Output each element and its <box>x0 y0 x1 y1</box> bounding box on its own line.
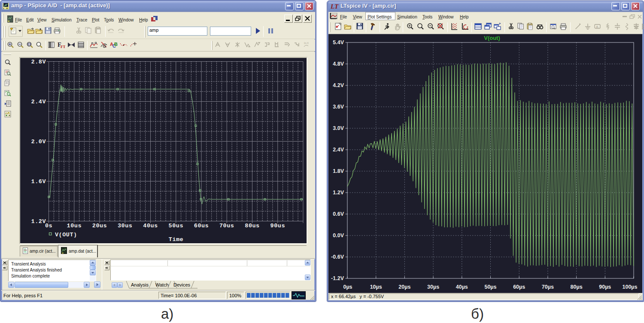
svg-text:90us: 90us <box>270 223 285 229</box>
svg-text:50us: 50us <box>169 223 183 229</box>
svg-text:4.8V: 4.8V <box>333 61 344 67</box>
svg-text:5.4V: 5.4V <box>333 39 344 45</box>
svg-text:60µs: 60µs <box>513 284 525 290</box>
svg-text:70µs: 70µs <box>542 284 554 290</box>
svg-text:A: A <box>596 25 598 29</box>
svg-text:30us: 30us <box>118 223 132 229</box>
svg-text:30µs: 30µs <box>427 284 439 290</box>
svg-text:2.4V: 2.4V <box>31 99 46 105</box>
svg-text:-1.2V: -1.2V <box>331 275 344 281</box>
svg-text:40us: 40us <box>143 223 158 229</box>
svg-text:4.2V: 4.2V <box>333 82 344 88</box>
svg-text:2.0V: 2.0V <box>31 139 46 145</box>
svg-text:10µs: 10µs <box>370 284 382 290</box>
svg-text:0.6V: 0.6V <box>333 211 344 217</box>
svg-text:1.6V: 1.6V <box>31 178 46 185</box>
svg-text:20us: 20us <box>92 223 107 229</box>
svg-text:Time: Time <box>169 236 183 243</box>
svg-text:100µs: 100µs <box>622 284 637 290</box>
svg-text:1.2V: 1.2V <box>31 218 46 225</box>
svg-text:FT: FT <box>61 45 65 48</box>
svg-text:%: % <box>103 45 106 48</box>
svg-text:70us: 70us <box>219 223 234 229</box>
svg-text:1.2V: 1.2V <box>333 190 344 196</box>
svg-text:80µs: 80µs <box>571 284 583 290</box>
svg-text:2.4V: 2.4V <box>333 147 344 153</box>
svg-text:V(out): V(out) <box>484 35 500 41</box>
svg-text:80us: 80us <box>245 223 259 229</box>
svg-text:2.8V: 2.8V <box>31 59 46 65</box>
svg-text:10us: 10us <box>67 223 82 229</box>
svg-text:0.0V: 0.0V <box>333 232 344 238</box>
svg-text:3.6V: 3.6V <box>333 104 344 110</box>
svg-text:B: B <box>114 42 118 47</box>
svg-text:50µs: 50µs <box>484 284 496 290</box>
svg-text:1.8V: 1.8V <box>333 168 344 174</box>
svg-text:40µs: 40µs <box>456 284 468 290</box>
svg-text:3.0V: 3.0V <box>333 125 344 131</box>
svg-text:20µs: 20µs <box>398 284 410 290</box>
svg-text:V(OUT): V(OUT) <box>55 232 77 238</box>
svg-text:0µs: 0µs <box>343 284 352 290</box>
svg-text:(c,r): (c,r) <box>304 42 309 44</box>
svg-text:0s: 0s <box>45 223 52 229</box>
svg-text:90µs: 90µs <box>599 284 611 290</box>
svg-text:60us: 60us <box>194 223 209 229</box>
svg-text:-0.6V: -0.6V <box>331 254 344 260</box>
